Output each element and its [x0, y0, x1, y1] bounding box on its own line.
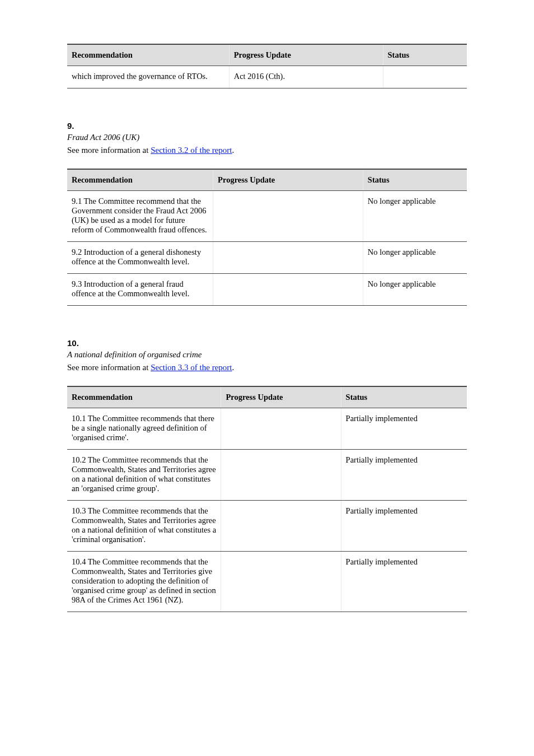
- see-prefix: See more information at: [67, 363, 151, 372]
- col-status: Status: [383, 44, 467, 66]
- table-row: which improved the governance of RTOs. A…: [67, 66, 467, 88]
- see-link[interactable]: Section 3.3 of the report: [151, 363, 232, 372]
- cell-status: Partially implemented: [341, 552, 467, 612]
- cell-progress: [213, 274, 363, 306]
- table-row: 10.2 The Committee recommends that the C…: [67, 450, 467, 501]
- cell-progress: [213, 191, 363, 242]
- col-recommendation: Recommendation: [67, 44, 229, 66]
- cell-status: Partially implemented: [341, 408, 467, 450]
- table-section-10: Recommendation Progress Update Status 10…: [67, 386, 467, 612]
- col-progress: Progress Update: [221, 386, 341, 408]
- cell-status: No longer applicable: [363, 242, 467, 274]
- table-row: 10.1 The Committee recommends that there…: [67, 408, 467, 450]
- col-status: Status: [341, 386, 467, 408]
- see-suffix: .: [232, 146, 235, 155]
- cell-recommendation: 10.3 The Committee recommends that the C…: [67, 501, 221, 552]
- table-row: 9.2 Introduction of a general dishonesty…: [67, 242, 467, 274]
- col-progress: Progress Update: [213, 169, 363, 191]
- table-row: 10.3 The Committee recommends that the C…: [67, 501, 467, 552]
- see-more: See more information at Section 3.2 of t…: [67, 146, 467, 155]
- cell-status: [383, 66, 467, 88]
- cell-recommendation: which improved the governance of RTOs.: [67, 66, 229, 88]
- table-section-9: Recommendation Progress Update Status 9.…: [67, 169, 467, 306]
- cell-progress: [221, 552, 341, 612]
- cell-recommendation: 10.1 The Committee recommends that there…: [67, 408, 221, 450]
- cell-recommendation: 9.1 The Committee recommend that the Gov…: [67, 191, 213, 242]
- table-header-row: Recommendation Progress Update Status: [67, 169, 467, 191]
- cell-status: Partially implemented: [341, 450, 467, 501]
- cell-progress: [221, 501, 341, 552]
- col-progress: Progress Update: [229, 44, 383, 66]
- see-suffix: .: [232, 363, 235, 372]
- table-continuation: Recommendation Progress Update Status wh…: [67, 44, 467, 88]
- cell-status: No longer applicable: [363, 191, 467, 242]
- table-row: 9.1 The Committee recommend that the Gov…: [67, 191, 467, 242]
- cell-recommendation: 10.4 The Committee recommends that the C…: [67, 552, 221, 612]
- see-more: See more information at Section 3.3 of t…: [67, 363, 467, 372]
- cell-progress: [221, 408, 341, 450]
- col-status: Status: [363, 169, 467, 191]
- cell-recommendation: 10.2 The Committee recommends that the C…: [67, 450, 221, 501]
- see-prefix: See more information at: [67, 146, 151, 155]
- section-number: 9.: [67, 121, 467, 130]
- section-title: A national definition of organised crime: [67, 350, 467, 360]
- table-row: 10.4 The Committee recommends that the C…: [67, 552, 467, 612]
- table-row: 9.3 Introduction of a general fraud offe…: [67, 274, 467, 306]
- cell-progress: [213, 242, 363, 274]
- table-header-row: Recommendation Progress Update Status: [67, 44, 467, 66]
- cell-status: No longer applicable: [363, 274, 467, 306]
- cell-progress: Act 2016 (Cth).: [229, 66, 383, 88]
- cell-status: Partially implemented: [341, 501, 467, 552]
- col-recommendation: Recommendation: [67, 386, 221, 408]
- cell-progress: [221, 450, 341, 501]
- table-header-row: Recommendation Progress Update Status: [67, 386, 467, 408]
- section-title: Fraud Act 2006 (UK): [67, 133, 467, 142]
- cell-recommendation: 9.3 Introduction of a general fraud offe…: [67, 274, 213, 306]
- cell-recommendation: 9.2 Introduction of a general dishonesty…: [67, 242, 213, 274]
- see-link[interactable]: Section 3.2 of the report: [151, 146, 232, 155]
- section-number: 10.: [67, 338, 467, 348]
- col-recommendation: Recommendation: [67, 169, 213, 191]
